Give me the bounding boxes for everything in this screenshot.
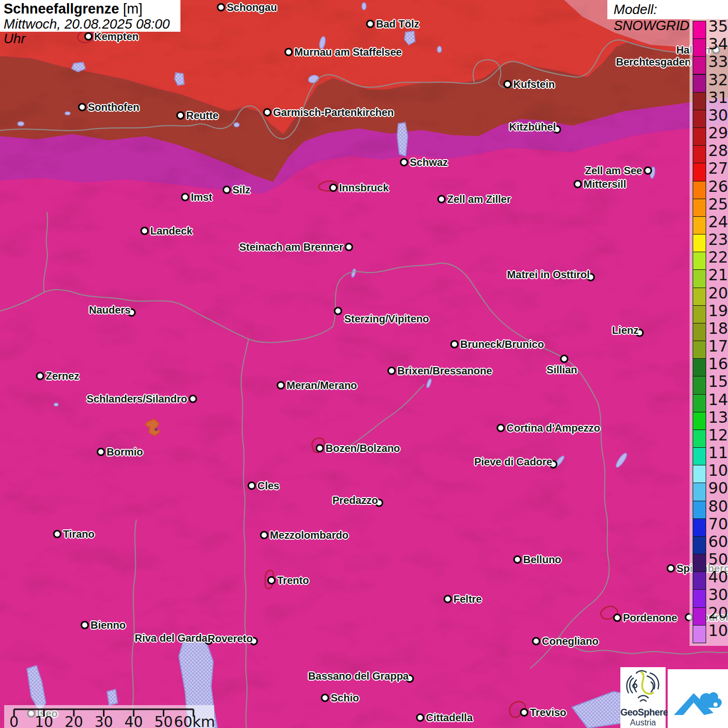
legend-segment (693, 501, 706, 519)
city-dot-silz (223, 186, 231, 194)
lake (107, 690, 118, 705)
city-label: Bormio (107, 445, 143, 459)
city-dot-imst (181, 193, 189, 201)
city-label: Bozen/Bolzano (326, 441, 400, 455)
legend-value: 1100 (708, 444, 728, 462)
legend-segment (693, 323, 706, 341)
city-label: Cles (257, 479, 279, 492)
model-panel: Modell: SNOWGRID (607, 0, 728, 19)
legend-value: 800 (708, 498, 728, 515)
city-label: Conegliano (542, 634, 599, 648)
city-dot-mittersill (574, 180, 582, 188)
legend-value: 3400 (708, 35, 728, 53)
legend-value: 700 (708, 515, 728, 533)
lake (65, 112, 70, 115)
legend-segment (693, 305, 706, 323)
lake (397, 123, 408, 156)
city-dot-murnau-am-staffelsee (284, 48, 293, 56)
legend-segment (693, 181, 706, 199)
city-label: Sillian (547, 363, 577, 376)
page-title: Schneefallgrenze [m] (4, 1, 180, 17)
city-label: Riva del Garda (135, 631, 207, 645)
city-dot-landeck (140, 227, 149, 235)
legend-segment (693, 199, 706, 217)
legend-value: 2600 (708, 178, 728, 196)
legend-value: 2800 (708, 142, 728, 160)
title-panel: Schneefallgrenze [m] Mittwoch, 20.08.202… (0, 0, 180, 32)
legend-value: 2900 (708, 124, 728, 142)
city-label: Rovereto (207, 632, 253, 645)
scalebar-value: 50 (154, 713, 173, 728)
legend-segment (693, 145, 706, 163)
city-dot-schwaz (400, 158, 408, 166)
city-label: Pordenone (623, 611, 677, 625)
legend-segment (693, 341, 706, 359)
city-label: Zell am See (585, 164, 642, 177)
legend-segment (693, 625, 706, 643)
city-dot-pordenone (613, 614, 621, 622)
legend-value: 1400 (708, 391, 728, 409)
geosphere-country: Austria (620, 718, 666, 727)
legend-segment (693, 358, 706, 376)
city-dot-cortina-d-ampezzo (497, 424, 505, 432)
legend-segment (693, 163, 706, 181)
city-label: Feltre (453, 592, 482, 606)
city-dot-mezzolombardo (260, 531, 268, 539)
legend-segment (693, 412, 706, 430)
city-dot-cles (248, 482, 256, 490)
city-label: Matrei in Osttirol (507, 268, 590, 281)
city-label: Mittersill (583, 177, 626, 191)
legend-value: 2500 (708, 196, 728, 213)
city-label: Steinach am Brenner (239, 240, 343, 254)
city-label: Predazzo (332, 493, 378, 507)
legend-segment (693, 376, 706, 394)
scalebar-value: 60km (174, 713, 215, 728)
city-label: Schlanders/Silandro (87, 392, 187, 406)
legend-value: 1800 (708, 320, 728, 337)
legend-segment (693, 92, 706, 110)
scalebar-value: 20 (64, 713, 83, 728)
legend-segment (693, 288, 706, 306)
scalebar-value: 40 (124, 713, 143, 728)
city-dot-sterzing-vipiteno (334, 307, 342, 315)
legend-value: 900 (708, 479, 728, 497)
city-label: Lienz (612, 323, 639, 337)
legend-value: 100 (708, 622, 728, 640)
city-dot-sonthofen (78, 103, 86, 111)
city-dot-tirano (53, 530, 61, 538)
legend-value: 400 (708, 568, 728, 586)
city-label: Innsbruck (339, 181, 389, 194)
city-dot-zell-am-ziller (437, 195, 446, 203)
city-label: Meran/Merano (287, 379, 357, 392)
scalebar-value: 0 (9, 713, 19, 728)
city-label: Nauders (89, 303, 131, 317)
city-label: Schwaz (410, 155, 448, 169)
legend-value: 1900 (708, 302, 728, 320)
city-dot-bad-t-lz (366, 20, 374, 28)
legend-value: 600 (708, 533, 728, 551)
legend-segment (693, 607, 706, 626)
legend-segment (693, 56, 706, 74)
city-dot-brixen-bressanone (387, 367, 396, 375)
legend-segment (693, 38, 706, 57)
legend-value: 3000 (708, 107, 728, 124)
legend-value: 500 (708, 551, 728, 568)
legend-value: 3300 (708, 53, 728, 71)
legend-segment (693, 216, 706, 235)
city-dot-bienno (81, 621, 89, 629)
legend-segment (693, 518, 706, 537)
legend-segment (693, 447, 706, 465)
title-unit: [m] (123, 1, 143, 17)
legend-value: 1700 (708, 337, 728, 355)
lake (437, 46, 441, 53)
city-label: Pieve di Cadore (474, 455, 552, 469)
legend-segment (693, 74, 706, 93)
city-label: Schongau (227, 1, 277, 14)
city-dot-zernez (36, 372, 44, 380)
mountain-cloud-icon (668, 669, 728, 728)
city-label: Bienno (90, 618, 126, 632)
legend-value: 2100 (708, 266, 728, 284)
city-dot-meran-merano (277, 381, 285, 389)
legend-segment (693, 536, 706, 554)
city-label: Tirano (63, 527, 95, 541)
